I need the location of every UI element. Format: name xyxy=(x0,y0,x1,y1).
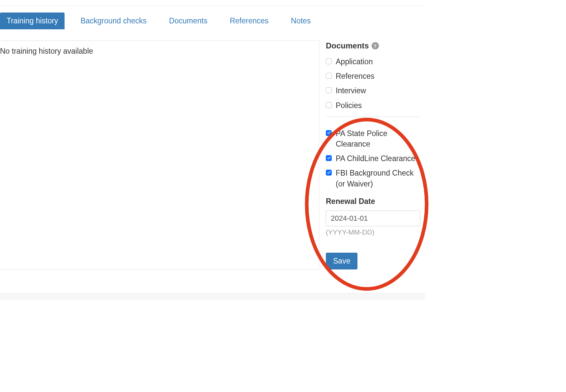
checklist-item-interview: Interview xyxy=(326,85,420,96)
checkbox-fbi-background[interactable] xyxy=(326,170,332,176)
checklist-item-pa-state-police: PA State Police Clearance xyxy=(326,128,420,149)
help-icon[interactable]: ? xyxy=(372,42,379,49)
checklist-item-fbi-background: FBI Background Check (or Waiver) xyxy=(326,168,420,189)
checkbox-label: Interview xyxy=(336,85,366,96)
page-container: Training history Background checks Docum… xyxy=(0,6,425,269)
checklist-item-policies: Policies xyxy=(326,100,420,111)
checkbox-policies[interactable] xyxy=(326,102,332,108)
checkbox-label: Policies xyxy=(336,100,362,111)
page-bottom-edge xyxy=(0,293,425,300)
tab-training-history[interactable]: Training history xyxy=(0,13,65,29)
documents-sidebar: Documents ? Application References xyxy=(326,41,420,269)
renewal-date-heading: Renewal Date xyxy=(326,197,420,206)
checkmark-icon xyxy=(327,171,331,175)
checkbox-label: References xyxy=(336,71,375,81)
content-row: No training history available Documents … xyxy=(0,41,425,269)
clearances-checklist: PA State Police Clearance PA ChildLine C… xyxy=(326,128,420,189)
checklist-item-application: Application xyxy=(326,56,420,67)
training-history-panel: No training history available xyxy=(0,41,319,269)
checklist-item-references: References xyxy=(326,71,420,81)
checkbox-label: FBI Background Check (or Waiver) xyxy=(336,168,420,189)
documents-heading: Documents ? xyxy=(326,41,420,50)
checkbox-label: PA ChildLine Clearance xyxy=(336,153,415,164)
checkbox-pa-state-police[interactable] xyxy=(326,130,332,136)
sidebar-divider xyxy=(326,117,420,117)
tab-background-checks[interactable]: Background checks xyxy=(74,13,153,29)
question-mark-icon: ? xyxy=(372,42,379,49)
renewal-date-input[interactable] xyxy=(326,210,420,226)
save-button[interactable]: Save xyxy=(326,253,357,269)
tab-documents[interactable]: Documents xyxy=(162,13,214,29)
documents-heading-text: Documents xyxy=(326,41,369,50)
checkbox-label: Application xyxy=(336,56,373,67)
top-divider xyxy=(0,6,425,6)
checkbox-label: PA State Police Clearance xyxy=(336,128,420,149)
checkmark-icon xyxy=(327,131,331,135)
renewal-date-hint: (YYYY-MM-DD) xyxy=(326,228,420,236)
documents-checklist-top: Application References Interview xyxy=(326,56,420,111)
tab-notes[interactable]: Notes xyxy=(284,13,317,29)
checkbox-interview[interactable] xyxy=(326,87,332,93)
checkbox-references[interactable] xyxy=(326,73,332,79)
checkmark-icon xyxy=(327,156,331,160)
tabs-bar: Training history Background checks Docum… xyxy=(0,13,425,29)
checkbox-pa-childline[interactable] xyxy=(326,155,332,161)
checklist-item-pa-childline: PA ChildLine Clearance xyxy=(326,153,420,164)
tab-references[interactable]: References xyxy=(223,13,275,29)
empty-training-message: No training history available xyxy=(0,47,313,56)
checkbox-application[interactable] xyxy=(326,58,332,64)
